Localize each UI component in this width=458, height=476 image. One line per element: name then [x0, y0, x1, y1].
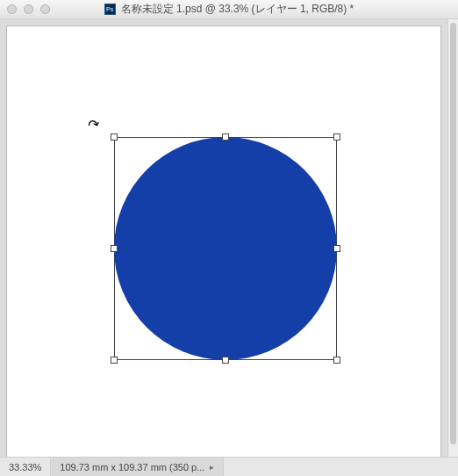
- title-wrap: Ps 名称未設定 1.psd @ 33.3% (レイヤー 1, RGB/8) *: [0, 2, 458, 17]
- document-title: 名称未設定 1.psd @ 33.3% (レイヤー 1, RGB/8) *: [121, 2, 354, 17]
- zoom-icon[interactable]: [40, 4, 50, 14]
- zoom-level[interactable]: 33.33%: [0, 458, 51, 476]
- transform-handle-bc[interactable]: [222, 357, 229, 364]
- vertical-scrollbar[interactable]: [447, 19, 458, 457]
- transform-handle-ml[interactable]: [111, 245, 118, 252]
- transform-handle-bl[interactable]: [111, 357, 118, 364]
- transform-handle-br[interactable]: [333, 357, 340, 364]
- workspace: ↷: [0, 19, 447, 457]
- transform-handle-tc[interactable]: [222, 133, 229, 141]
- window-controls: [7, 4, 50, 14]
- vertical-scrollbar-thumb[interactable]: [450, 23, 456, 444]
- ellipse-shape[interactable]: [114, 137, 337, 360]
- canvas[interactable]: ↷: [7, 26, 440, 457]
- free-transform-box[interactable]: [114, 137, 337, 360]
- photoshop-badge-icon: Ps: [104, 4, 116, 15]
- transform-handle-tl[interactable]: [111, 133, 118, 141]
- transform-handle-mr[interactable]: [333, 245, 340, 252]
- status-bar: 33.33% 109.73 mm x 109.37 mm (350 p... ▸: [0, 457, 458, 476]
- minimize-icon[interactable]: [24, 4, 33, 14]
- chevron-right-icon: ▸: [210, 463, 214, 472]
- title-bar[interactable]: Ps 名称未設定 1.psd @ 33.3% (レイヤー 1, RGB/8) *: [0, 0, 458, 19]
- document-info[interactable]: 109.73 mm x 109.37 mm (350 p... ▸: [51, 458, 224, 476]
- transform-handle-tr[interactable]: [333, 133, 340, 141]
- rotate-cursor-icon: ↷: [86, 114, 105, 133]
- close-icon[interactable]: [7, 4, 17, 14]
- document-window: Ps 名称未設定 1.psd @ 33.3% (レイヤー 1, RGB/8) *…: [0, 0, 458, 476]
- document-dimensions: 109.73 mm x 109.37 mm (350 p...: [60, 462, 204, 472]
